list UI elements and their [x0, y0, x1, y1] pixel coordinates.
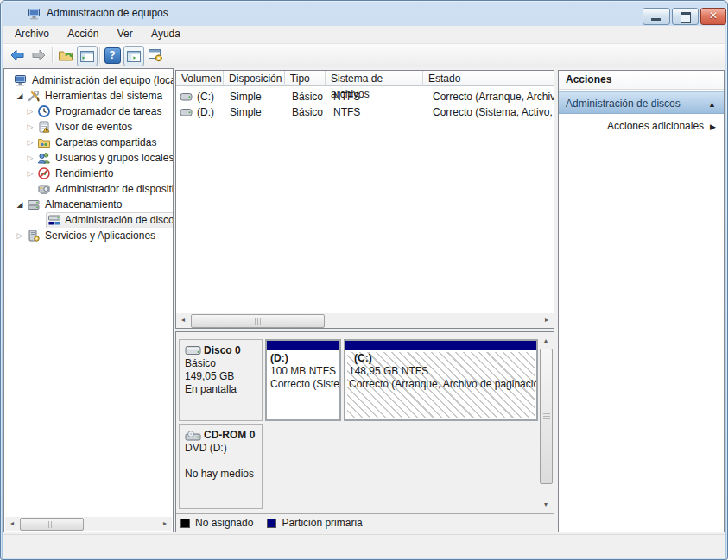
partition-d[interactable]: (D:) 100 MB NTFS Correcto (Sistema, Acti…: [265, 339, 341, 421]
folder-up-button[interactable]: [56, 46, 75, 65]
tree-item-shared-folders[interactable]: ▷ Carpetas compartidas: [4, 135, 174, 150]
console-properties-icon: [148, 48, 163, 62]
partition-c-name: (C:): [349, 352, 536, 365]
maximize-icon: [681, 12, 691, 23]
scroll-right-icon[interactable]: ▸: [158, 517, 172, 531]
legend-label: Partición primaria: [282, 517, 362, 529]
tree-item-storage[interactable]: ◢ Almacenamiento: [4, 197, 174, 212]
scroll-down-icon[interactable]: ▾: [539, 498, 553, 512]
performance-icon: [37, 167, 51, 180]
window-title: Administración de equipos: [47, 7, 168, 19]
column-header-volumen[interactable]: Volumen: [176, 71, 224, 86]
expander-expanded-icon[interactable]: ◢: [13, 197, 27, 212]
action-pane-toggle-button[interactable]: [123, 46, 144, 66]
tree-selected-item-box: Administración de discos: [46, 212, 174, 228]
tree-item-label: Visor de eventos: [55, 119, 132, 135]
back-button[interactable]: [8, 46, 27, 65]
column-header-estado[interactable]: Estado: [423, 71, 554, 86]
cdrom0-label-cell[interactable]: CD-ROM 0 DVD (D:) No hay medios: [179, 424, 263, 509]
column-header-disposicion[interactable]: Disposición: [224, 71, 285, 86]
cdrom0-name: CD-ROM 0: [204, 429, 255, 442]
actions-group-disk-management[interactable]: Administración de discos ▲: [559, 91, 724, 114]
tree-item-performance[interactable]: ▷ Rendimiento: [4, 166, 174, 181]
menu-ayuda[interactable]: Ayuda: [143, 26, 188, 43]
tree-item-disk-management[interactable]: Administración de discos: [4, 212, 174, 228]
scrollbar-grip: [255, 318, 262, 325]
menu-accion[interactable]: Acción: [60, 26, 106, 43]
menu-archivo[interactable]: Archivo: [7, 26, 57, 43]
disk-view-scrollbar-thumb[interactable]: [540, 349, 553, 484]
drive-icon: [180, 92, 193, 102]
disk0-label-cell[interactable]: Disco 0 Básico 149,05 GB En pantalla: [179, 339, 263, 421]
tree-item-services-applications[interactable]: ▷ Servicios y Aplicaciones: [4, 228, 174, 243]
partition-d-type-bar: [267, 341, 339, 350]
volume-row-d[interactable]: (D:) Simple Básico NTFS Correcto (Sistem…: [176, 104, 554, 120]
tree-item-label: Servicios y Aplicaciones: [45, 228, 155, 243]
titlebar[interactable]: Administración de equipos ✕: [0, 0, 728, 26]
scrollbar-grip: [543, 413, 550, 420]
disk-graphical-view-panel: Disco 0 Básico 149,05 GB En pantalla (D:…: [175, 331, 554, 532]
action-pane-toggle-icon: [127, 51, 141, 62]
tree-item-local-users-groups[interactable]: ▷ Usuarios y grupos locales: [4, 150, 174, 166]
volume-estado: Correcto (Sistema, Activo, Partición pri…: [427, 104, 554, 120]
scrollbar-grip: [48, 521, 55, 528]
tree-item-label: Administración de discos: [65, 212, 174, 228]
tree-item-label: Usuarios y grupos locales: [55, 150, 174, 166]
scroll-left-icon[interactable]: ◂: [5, 517, 19, 531]
volume-list-horizontal-scrollbar[interactable]: ◂ ▸: [176, 313, 554, 328]
disk-legend: No asignado Partición primaria: [176, 513, 554, 532]
folder-up-icon: [58, 48, 73, 62]
expander-collapsed-icon[interactable]: ▷: [23, 150, 37, 166]
console-tree-toggle-button[interactable]: [77, 46, 98, 66]
actions-item-label: Acciones adicionales: [607, 120, 704, 132]
tree-item-device-manager[interactable]: Administrador de dispositivos: [4, 181, 174, 197]
console-properties-button[interactable]: [146, 46, 165, 65]
collapse-up-icon[interactable]: ▲: [708, 93, 716, 116]
tree-item-label: Programador de tareas: [55, 104, 161, 119]
tree-item-task-scheduler[interactable]: ▷ Programador de tareas: [4, 104, 174, 119]
scroll-right-icon[interactable]: ▸: [540, 313, 554, 327]
column-header-sistema-archivos[interactable]: Sistema de archivos: [326, 71, 423, 86]
cdrom0-status: No hay medios: [185, 468, 258, 481]
expander-collapsed-icon[interactable]: ▷: [23, 119, 37, 135]
legend-swatch-unallocated: [180, 519, 190, 528]
tree-item-system-tools[interactable]: ◢ Herramientas del sistema: [4, 88, 174, 104]
actions-panel: Acciones Administración de discos ▲ Acci…: [558, 70, 725, 532]
disk0-name: Disco 0: [204, 344, 241, 357]
expander-collapsed-icon[interactable]: ▷: [23, 104, 37, 119]
menu-ver[interactable]: Ver: [110, 26, 141, 43]
volume-row-c[interactable]: (C:) Simple Básico NTFS Correcto (Arranq…: [176, 89, 554, 104]
help-button[interactable]: ?: [103, 46, 122, 65]
volume-list-panel: Volumen Disposición Tipo Sistema de arch…: [175, 70, 554, 329]
disk-view-vertical-scrollbar[interactable]: ▴ ▾: [539, 334, 553, 512]
minimize-button[interactable]: [643, 8, 670, 25]
submenu-right-icon[interactable]: ▶: [710, 116, 716, 138]
tree-horizontal-scrollbar[interactable]: ◂ ▸: [5, 517, 172, 531]
volume-disposicion: Simple: [225, 89, 287, 104]
window-content: Archivo Acción Ver Ayuda ?: [3, 26, 725, 557]
expander-expanded-icon[interactable]: ◢: [13, 88, 27, 104]
forward-button[interactable]: [29, 46, 48, 65]
tree-item-computer-management[interactable]: Administración del equipo (local): [4, 72, 174, 88]
volume-list-scrollbar-thumb[interactable]: [191, 314, 325, 328]
tree-scrollbar-thumb[interactable]: [20, 518, 84, 531]
expander-collapsed-icon[interactable]: ▷: [13, 228, 27, 243]
legend-label: No asignado: [195, 517, 253, 529]
actions-item-more-actions[interactable]: Acciones adicionales ▶: [559, 115, 724, 137]
close-button[interactable]: ✕: [700, 8, 726, 25]
maximize-button[interactable]: [672, 8, 699, 25]
expander-collapsed-icon[interactable]: ▷: [23, 166, 37, 181]
toolbar: ?: [3, 44, 725, 68]
scroll-left-icon[interactable]: ◂: [176, 313, 190, 327]
partition-c[interactable]: (C:) 148,95 GB NTFS Correcto (Arranque, …: [344, 339, 538, 421]
console-tree-panel: Administración del equipo (local) ◢ Herr…: [3, 68, 174, 532]
tree-item-event-viewer[interactable]: ▷ Visor de eventos: [4, 119, 174, 135]
column-header-tipo[interactable]: Tipo: [285, 71, 326, 86]
scroll-up-icon[interactable]: ▴: [539, 334, 553, 348]
volume-name: (D:): [197, 104, 214, 120]
disk0-status: En pantalla: [185, 383, 258, 396]
expander-collapsed-icon[interactable]: ▷: [23, 135, 37, 150]
system-tools-icon: [27, 89, 41, 103]
menu-bar: Archivo Acción Ver Ayuda: [3, 26, 725, 44]
help-icon: ?: [104, 47, 121, 64]
